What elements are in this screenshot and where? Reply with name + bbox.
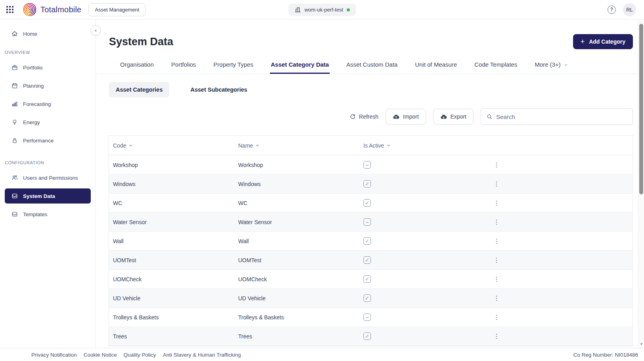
cell-name: Trolleys & Baskets [234, 314, 359, 321]
export-label: Export [451, 113, 466, 120]
row-menu-icon[interactable]: ⋮ [493, 257, 500, 263]
footer-link-anti-slavery[interactable]: Anti Slavery & Human Trafficking [163, 352, 241, 358]
table-row: Trolleys & Baskets Trolleys & Baskets ⋮ [109, 308, 633, 327]
is-active-checkbox[interactable] [363, 237, 371, 245]
sidebar-item-portfolio[interactable]: Portfolio [0, 58, 96, 77]
tab-organisation[interactable]: Organisation [119, 56, 155, 74]
main-content: System Data + Add Category Organisation … [96, 19, 644, 348]
is-active-checkbox[interactable] [363, 332, 371, 340]
cell-name: UOMCheck [234, 276, 359, 282]
import-button[interactable]: Import [386, 109, 426, 125]
sidebar-item-label: Home [23, 31, 37, 37]
refresh-button[interactable]: Refresh [350, 113, 378, 120]
add-category-label: Add Category [589, 38, 625, 45]
cell-code: WC [109, 200, 234, 206]
templates-icon [11, 211, 18, 218]
sidebar-item-energy[interactable]: Energy [0, 113, 96, 131]
is-active-checkbox[interactable] [363, 161, 371, 169]
row-menu-icon[interactable]: ⋮ [493, 333, 500, 340]
row-menu-icon[interactable]: ⋮ [493, 200, 500, 206]
is-active-checkbox[interactable] [363, 313, 371, 321]
footer-link-privacy-notification[interactable]: Privacy Notification [31, 352, 77, 358]
app-switcher-chip[interactable]: Asset Management [88, 3, 145, 16]
cell-name: Windows [234, 181, 359, 187]
refresh-label: Refresh [359, 113, 378, 120]
is-active-checkbox[interactable] [363, 218, 371, 226]
subtab-asset-categories[interactable]: Asset Categories [109, 82, 169, 97]
lightbulb-icon [11, 119, 18, 126]
sidebar-item-label: Forecasting [23, 101, 51, 107]
cell-name: UOMTest [234, 257, 359, 263]
row-menu-icon[interactable]: ⋮ [493, 276, 500, 282]
calendar-icon [11, 82, 18, 89]
subtab-bar: Asset Categories Asset Subcategories [109, 82, 644, 97]
footer-link-quality-policy[interactable]: Quality Policy [124, 352, 156, 358]
brand-name: Totalmobile [40, 5, 81, 14]
cloud-download-icon [440, 113, 447, 120]
tab-asset-custom-data[interactable]: Asset Custom Data [346, 56, 398, 74]
is-active-checkbox[interactable] [363, 256, 371, 264]
subtab-asset-subcategories[interactable]: Asset Subcategories [183, 82, 254, 97]
row-menu-icon[interactable]: ⋮ [493, 161, 500, 168]
tab-unit-of-measure[interactable]: Unit of Measure [414, 56, 458, 74]
sort-chevron-icon [255, 143, 260, 148]
sidebar-item-label: Portfolio [23, 65, 43, 71]
is-active-checkbox[interactable] [363, 294, 371, 302]
sidebar-item-label: System Data [23, 193, 55, 199]
column-header-name[interactable]: Name [238, 142, 359, 149]
footer-link-cookie-notice[interactable]: Cookie Notice [84, 352, 117, 358]
column-header-is-active[interactable]: Is Active [363, 142, 489, 149]
tab-property-types[interactable]: Property Types [213, 56, 254, 74]
scrollbar-down-arrow-icon[interactable]: ▼ [638, 342, 644, 346]
table-header-row: Code Name Is Active [109, 136, 633, 156]
search-input[interactable] [496, 113, 627, 120]
table-row: WC WC ⋮ [109, 194, 633, 213]
topbar: Totalmobile Asset Management wom-uk-perf… [0, 0, 644, 19]
table-row: UD Vehicle UD Vehicle ⋮ [109, 289, 633, 308]
sidebar-item-forecasting[interactable]: Forecasting [0, 95, 96, 113]
system-data-icon [11, 192, 18, 200]
is-active-checkbox[interactable] [363, 180, 371, 188]
cell-code: Trolleys & Baskets [109, 314, 234, 321]
row-menu-icon[interactable]: ⋮ [493, 314, 500, 321]
cell-code: Workshop [109, 162, 234, 168]
row-menu-icon[interactable]: ⋮ [493, 219, 500, 225]
sidebar-item-templates[interactable]: Templates [0, 205, 96, 223]
sidebar-collapse-button[interactable]: ‹ [91, 25, 101, 35]
cloud-upload-icon [393, 113, 399, 120]
cell-name: Trees [234, 333, 359, 340]
page-scrollbar[interactable]: ▼ [638, 19, 644, 348]
export-button[interactable]: Export [433, 109, 474, 125]
table-row: UOMTest UOMTest ⋮ [109, 251, 633, 270]
environment-selector[interactable]: wom-uk-perf-test [288, 4, 356, 16]
is-active-checkbox[interactable] [363, 275, 371, 283]
sidebar-item-label: Performance [23, 138, 54, 144]
row-menu-icon[interactable]: ⋮ [493, 180, 500, 187]
cell-name: Water Sensor [234, 219, 359, 225]
tab-code-templates[interactable]: Code Templates [474, 56, 518, 74]
add-category-button[interactable]: + Add Category [573, 34, 633, 49]
sidebar-item-home[interactable]: Home [0, 25, 96, 42]
bar-chart-icon [11, 100, 18, 108]
tab-more[interactable]: More (3+) [534, 56, 569, 74]
cell-name: WC [234, 200, 359, 206]
tab-bar: Organisation Portfolios Property Types A… [96, 56, 644, 74]
sort-chevron-icon [386, 143, 391, 148]
scrollbar-thumb[interactable] [639, 24, 643, 194]
help-icon[interactable]: ? [608, 6, 616, 14]
section-label-configuration: CONFIGURATION [0, 153, 96, 169]
sidebar-item-system-data[interactable]: System Data [5, 188, 91, 204]
is-active-checkbox[interactable] [363, 199, 371, 207]
row-menu-icon[interactable]: ⋮ [493, 295, 500, 301]
tab-portfolios[interactable]: Portfolios [170, 56, 197, 74]
app-launcher-icon[interactable] [6, 6, 13, 13]
sidebar-item-performance[interactable]: Performance [0, 131, 96, 150]
sidebar-item-users-and-permissions[interactable]: Users and Permissions [0, 169, 96, 187]
row-menu-icon[interactable]: ⋮ [493, 238, 500, 244]
avatar[interactable]: RL [623, 3, 636, 16]
cell-code: Windows [109, 181, 234, 187]
column-header-code[interactable]: Code [113, 142, 234, 149]
sidebar-item-planning[interactable]: Planning [0, 77, 96, 95]
sidebar: Home OVERVIEW Portfolio Planning Forecas… [0, 19, 96, 348]
tab-asset-category-data[interactable]: Asset Category Data [270, 56, 330, 74]
